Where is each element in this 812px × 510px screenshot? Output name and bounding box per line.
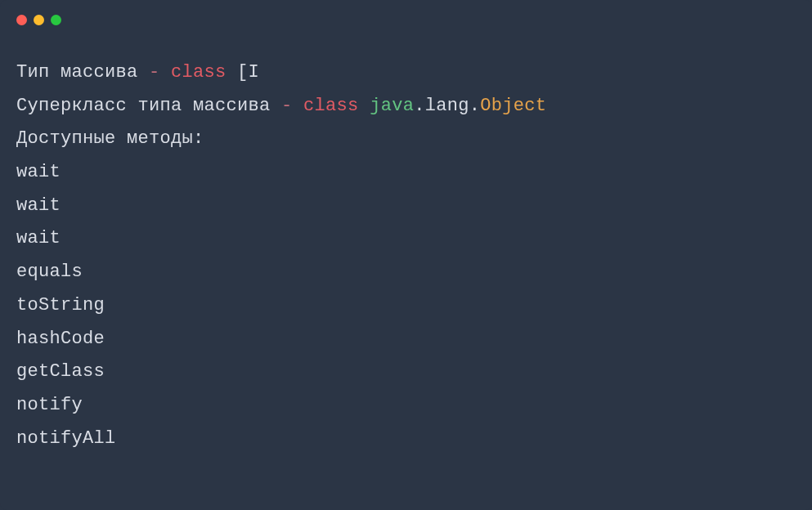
method-line: wait — [16, 190, 796, 223]
method-name: hashCode — [16, 329, 105, 349]
method-name: notifyAll — [16, 428, 116, 449]
method-name: equals — [16, 262, 83, 282]
output-line-2: Суперкласс типа массива - class java.lan… — [16, 90, 796, 123]
method-line: wait — [16, 156, 796, 190]
method-line: notifyAll — [16, 423, 796, 456]
method-line: notify — [16, 389, 796, 423]
method-name: getClass — [16, 361, 105, 382]
method-line: toString — [16, 289, 796, 323]
close-button[interactable] — [16, 15, 27, 25]
classname-token: Object — [480, 96, 546, 116]
terminal-window: Тип массива - class [I Суперкласс типа м… — [0, 0, 812, 510]
package-token: java — [370, 96, 414, 116]
method-line: wait — [16, 222, 796, 256]
text-segment — [293, 96, 304, 116]
subpackage-token: lang — [425, 96, 469, 116]
text-segment — [160, 62, 172, 83]
text-segment: Тип массива — [16, 62, 149, 83]
dot-token: . — [414, 96, 425, 116]
method-line: equals — [16, 256, 796, 289]
terminal-output: Тип массива - class [I Суперкласс типа м… — [0, 32, 812, 472]
text-segment: [I — [227, 62, 260, 83]
method-name: wait — [16, 195, 61, 216]
method-name: wait — [16, 228, 61, 248]
method-name: wait — [16, 162, 61, 182]
output-line-1: Тип массива - class [I — [16, 56, 796, 90]
dash-token: - — [281, 96, 293, 116]
keyword-token: class — [303, 96, 359, 116]
dot-token: . — [469, 96, 481, 116]
text-segment — [359, 96, 370, 116]
text-segment: Суперкласс типа массива — [16, 96, 281, 116]
method-line: hashCode — [16, 323, 796, 356]
output-line-3: Доступные методы: — [16, 123, 796, 156]
text-segment: Доступные методы: — [16, 128, 204, 149]
method-name: notify — [16, 395, 83, 415]
keyword-token: class — [171, 62, 227, 83]
dash-token: - — [149, 62, 160, 83]
zoom-button[interactable] — [51, 15, 61, 25]
method-line: getClass — [16, 356, 796, 389]
window-titlebar — [0, 0, 812, 32]
method-name: toString — [16, 295, 105, 315]
minimize-button[interactable] — [34, 15, 44, 25]
